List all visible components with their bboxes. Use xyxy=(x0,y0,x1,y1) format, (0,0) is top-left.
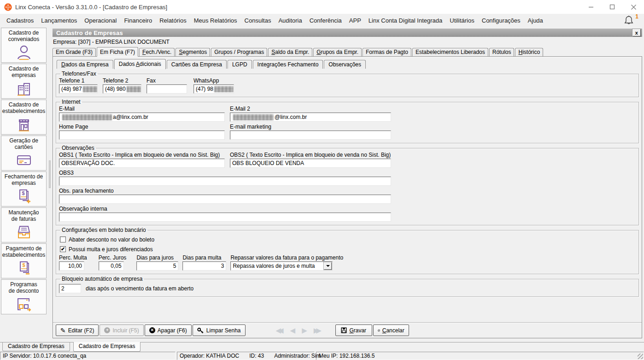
email-marketing-field[interactable] xyxy=(230,130,391,140)
open-form-tab-2[interactable]: Cadastro de Empresas xyxy=(73,342,141,352)
abater-desconto-checkbox[interactable]: Abater desconto no valor do boleto xyxy=(60,236,636,243)
group-boleto-legend: Configurações em boleto bancário xyxy=(60,227,147,233)
whatsapp-field[interactable]: (47) 98 xyxy=(193,84,234,94)
fax-field[interactable] xyxy=(146,84,187,94)
possui-multa-checkbox[interactable]: ✔ Possui multa e juros diferenciados xyxy=(60,245,636,253)
menu-auditoria[interactable]: Auditoria xyxy=(275,17,305,24)
tab-estabelecimentos-liberados[interactable]: Estabelecimentos Liberados xyxy=(412,48,488,56)
x-circle-icon: ✕ xyxy=(149,327,155,333)
tab-segmentos[interactable]: Segmentos xyxy=(176,48,210,56)
menu-utilitarios[interactable]: Utilitários xyxy=(446,17,478,24)
statusbar: IP Servidor: 10.0.17.6 conecta_qa Operad… xyxy=(0,352,644,360)
group-observacoes: Observações OBS1 ( Texto Escrito - Impli… xyxy=(56,145,639,225)
sidebar-item-programas-de-desconto[interactable]: Programas de desconto xyxy=(1,279,47,314)
obs-interna-field[interactable] xyxy=(59,212,391,222)
editar-button[interactable]: ✎ Editar (F2) xyxy=(56,325,99,336)
nav-prev-button[interactable]: ◀ xyxy=(290,326,296,335)
incluir-button[interactable]: + Incluir (F5) xyxy=(100,325,143,336)
subtab-dados-da-empresa[interactable]: Dados da Empresa xyxy=(57,60,113,69)
menu-consultas[interactable]: Consultas xyxy=(241,17,275,24)
open-form-tab-1[interactable]: Cadastro de Empresas xyxy=(2,342,70,351)
gravar-button[interactable]: Gravar xyxy=(335,325,372,336)
telefone1-field[interactable]: (48) 987 xyxy=(59,84,98,94)
menu-conferencia[interactable]: Conferência xyxy=(306,17,345,24)
sidebar-splitter[interactable] xyxy=(48,27,52,342)
subtab-integracoes-fechamento[interactable]: Integrações Fechamento xyxy=(253,60,323,69)
email2-field[interactable]: @linx.com.br xyxy=(230,112,391,122)
main-tab-strip: Em Grade (F3) Em Ficha (F7) Fech./Venc. … xyxy=(52,47,642,56)
perc-multa-field[interactable]: 10,00 xyxy=(59,261,84,271)
menu-app[interactable]: APP xyxy=(345,17,365,24)
tab-formas-de-pagto[interactable]: Formas de Pagto xyxy=(363,48,411,56)
menubar: Cadastros Lançamentos Operacional Financ… xyxy=(0,14,644,27)
menu-operacional[interactable]: Operacional xyxy=(81,17,120,24)
sidebar-item-manutencao-de-faturas[interactable]: Manutenção de faturas xyxy=(1,207,47,242)
checkbox-unchecked-icon[interactable] xyxy=(60,236,66,242)
dropdown-arrow-button[interactable] xyxy=(324,262,332,270)
menu-configuracoes[interactable]: Configurações xyxy=(478,17,524,24)
subtab-lgpd[interactable]: LGPD xyxy=(228,60,252,69)
tab-em-ficha[interactable]: Em Ficha (F7) xyxy=(97,47,138,57)
obs1-field[interactable]: OBSERVAÇÃO DOC. xyxy=(59,159,225,168)
sidebar-item-geracao-de-cartoes[interactable]: Geração de cartões xyxy=(1,136,47,171)
perc-juros-field[interactable]: 0,05 xyxy=(99,261,124,271)
menu-relatorios[interactable]: Relatórios xyxy=(156,17,190,24)
tab-historico[interactable]: Histórico xyxy=(515,48,543,56)
tab-rotulos[interactable]: Rótulos xyxy=(489,48,515,56)
tab-em-grade[interactable]: Em Grade (F3) xyxy=(53,48,96,56)
email-field[interactable]: a@linx.com.br xyxy=(59,112,225,122)
tab-saldo-da-empr[interactable]: Saldo da Empr. xyxy=(268,48,312,56)
dias-bloqueio-suffix-label: dias após o vencimento da fatura em aber… xyxy=(86,285,193,292)
obs-fechamento-field[interactable] xyxy=(59,195,391,204)
subtab-cartoes-da-empresa[interactable]: Cartões da Empresa xyxy=(167,60,227,69)
titlebar: Linx Conecta - Versão 3.31.0.0 - [Cadast… xyxy=(0,0,644,14)
nav-first-button[interactable]: ◀◀ xyxy=(276,326,284,335)
splitter-thumb[interactable] xyxy=(49,160,51,188)
limpar-senha-button[interactable]: Limpar Senha xyxy=(193,325,246,336)
obs2-field[interactable]: OBS BLOQUEIO DE VENDA xyxy=(230,159,391,168)
nav-next-button[interactable]: ▶ xyxy=(302,326,307,335)
app-logo-icon xyxy=(4,3,12,11)
tab-grupos-da-empr[interactable]: Grupos da Empr. xyxy=(313,48,362,56)
minimize-button[interactable] xyxy=(580,0,602,14)
notifications-button[interactable]: 1 xyxy=(624,15,638,27)
cancelar-button[interactable]: Cancelar xyxy=(373,325,409,336)
close-form-button[interactable]: x xyxy=(632,29,641,36)
sidebar-item-cadastro-de-conveniados[interactable]: Cadastro de conveniados xyxy=(1,28,47,63)
tab-fech-venc[interactable]: Fech./Venc. xyxy=(139,48,175,56)
menu-meus-relatorios[interactable]: Meus Relatórios xyxy=(190,17,241,24)
group-boleto: Configurações em boleto bancário Abater … xyxy=(56,227,639,274)
subtab-dados-adicionais[interactable]: Dados Adicionais xyxy=(114,59,166,69)
homepage-label: Home Page xyxy=(59,124,225,130)
sidebar-item-cadastro-de-estabelecimentos[interactable]: Cadastro de estabelecimentos xyxy=(1,100,47,135)
menu-lancamentos[interactable]: Lançamentos xyxy=(37,17,81,24)
tab-grupos-programas[interactable]: Grupos / Programas xyxy=(211,48,267,56)
dias-bloqueio-field[interactable]: 2 xyxy=(59,284,81,293)
dias-multa-field[interactable]: 3 xyxy=(182,261,226,271)
subtab-observacoes[interactable]: Observações xyxy=(324,60,366,69)
maximize-button[interactable] xyxy=(602,0,623,14)
telefone2-label: Telefone 2 xyxy=(103,77,141,84)
menu-ajuda[interactable]: Ajuda xyxy=(524,17,547,24)
sidebar-item-pagamento-de-estabelecimentos[interactable]: Pagamento de estabelecimentos $ xyxy=(1,243,47,278)
homepage-field[interactable] xyxy=(59,130,225,140)
repasse-dropdown[interactable]: Repassa valores de juros e multa xyxy=(230,261,333,271)
menu-financeiro[interactable]: Financeiro xyxy=(120,17,156,24)
sidebar-item-cadastro-de-empresas[interactable]: Cadastro de empresas xyxy=(1,64,47,99)
notification-count-badge: 1 xyxy=(635,13,638,20)
checkbox-checked-icon[interactable]: ✔ xyxy=(60,246,66,252)
nav-last-button[interactable]: ▶▶ xyxy=(314,326,322,335)
sidebar-item-fechamento-de-empresas[interactable]: Fechamento de empresas $ xyxy=(1,171,47,207)
telefone2-field[interactable]: (48) 980 xyxy=(103,84,141,94)
invoice-money-icon: $ xyxy=(15,260,33,277)
apagar-button[interactable]: ✕ Apagar (F6) xyxy=(145,325,192,336)
close-window-button[interactable] xyxy=(623,0,644,14)
dias-juros-field[interactable]: 5 xyxy=(136,261,178,271)
obs3-field[interactable] xyxy=(59,177,391,186)
save-icon xyxy=(341,327,347,333)
menu-linx-conta-digital[interactable]: Linx Conta Digital Integrada xyxy=(365,17,446,24)
menu-cadastros[interactable]: Cadastros xyxy=(3,17,37,24)
main-area: Cadastro de Empresas x Empresa: [307] - … xyxy=(52,27,644,342)
form-title: Cadastro de Empresas xyxy=(56,30,123,36)
resize-grip[interactable] xyxy=(638,354,643,359)
